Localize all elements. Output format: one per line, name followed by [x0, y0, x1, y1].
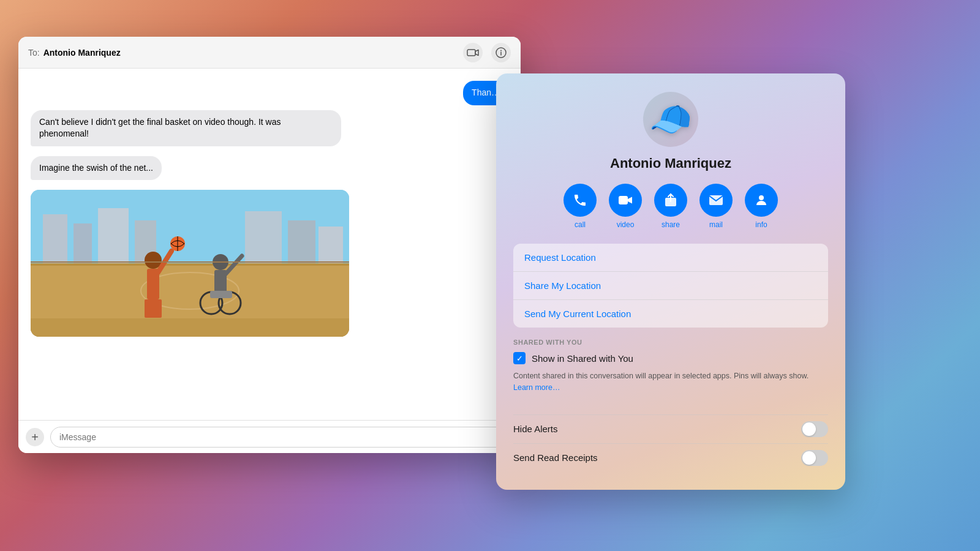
learn-more-link[interactable]: Learn more…	[513, 383, 560, 392]
person-icon	[754, 193, 769, 208]
svg-rect-0	[467, 50, 475, 56]
svg-rect-9	[245, 211, 282, 263]
received-message-text: Can't believe I didn't get the final bas…	[39, 117, 281, 139]
mail-icon	[709, 195, 723, 206]
svg-rect-7	[98, 208, 129, 263]
call-label: call	[575, 220, 586, 229]
message-row: Imagine the swish of the net...	[31, 156, 508, 186]
action-info[interactable]: info	[745, 184, 778, 229]
mail-label: mail	[709, 220, 723, 229]
show-in-shared-checkbox[interactable]: ✓	[513, 352, 526, 364]
avatar: 🧢	[643, 92, 698, 147]
messages-window: To: Antonio Manriquez Th	[18, 37, 521, 453]
basketball-image	[31, 190, 349, 337]
svg-rect-13	[31, 263, 349, 266]
call-button[interactable]	[564, 184, 597, 217]
shared-description: Content shared in this conversation will…	[513, 370, 828, 394]
action-buttons-row: call video share	[564, 184, 778, 229]
svg-point-33	[759, 195, 764, 200]
svg-rect-17	[145, 299, 162, 318]
add-icon: +	[31, 431, 39, 443]
show-in-shared-row[interactable]: ✓ Show in Shared with You	[513, 352, 828, 364]
video-call-button[interactable]	[463, 43, 483, 62]
svg-rect-11	[318, 227, 343, 263]
svg-rect-10	[288, 220, 315, 263]
hide-alerts-row: Hide Alerts	[513, 414, 828, 443]
received-message-bubble: Can't believe I didn't get the final bas…	[31, 110, 341, 146]
window-header: To: Antonio Manriquez	[18, 37, 521, 69]
hide-alerts-toggle[interactable]	[801, 421, 828, 437]
message-input[interactable]	[50, 427, 513, 448]
to-label: To:	[28, 48, 40, 58]
shared-with-you-label: SHARED WITH YOU	[513, 339, 828, 346]
image-message-row	[31, 190, 508, 337]
mail-button[interactable]	[699, 184, 733, 217]
add-attachment-button[interactable]: +	[26, 428, 44, 446]
video-label: video	[617, 220, 635, 229]
contact-panel-name: Antonio Manriquez	[610, 156, 731, 171]
phone-icon	[573, 193, 587, 208]
location-options-list: Request Location Share My Location Send …	[513, 244, 828, 328]
hide-alerts-label: Hide Alerts	[513, 424, 558, 434]
shared-with-you-section: SHARED WITH YOU ✓ Show in Shared with Yo…	[513, 339, 828, 403]
to-field: To: Antonio Manriquez	[28, 48, 121, 58]
svg-rect-25	[210, 291, 232, 298]
contact-info-panel: 🧢 Antonio Manriquez call video	[496, 73, 845, 490]
send-read-receipts-toggle[interactable]	[801, 450, 828, 466]
share-button[interactable]	[654, 184, 687, 217]
send-current-location-option[interactable]: Send My Current Location	[513, 300, 828, 328]
svg-rect-6	[74, 223, 92, 263]
header-actions	[463, 43, 511, 62]
svg-rect-5	[43, 214, 67, 263]
action-share[interactable]: share	[654, 184, 687, 229]
basketball-court-image	[31, 190, 349, 337]
info-icon	[496, 47, 507, 58]
svg-rect-27	[31, 318, 349, 337]
info-contact-button[interactable]	[745, 184, 778, 217]
video-icon	[618, 195, 633, 206]
share-label: share	[662, 220, 680, 229]
send-read-receipts-row: Send Read Receipts	[513, 443, 828, 472]
received-message-bubble: Imagine the swish of the net...	[31, 156, 162, 181]
info-label: info	[755, 220, 767, 229]
chat-area: Than… Can't believe I didn't get the fin…	[18, 69, 521, 420]
action-video[interactable]: video	[609, 184, 642, 229]
message-row: Can't believe I didn't get the final bas…	[31, 110, 508, 151]
svg-point-3	[500, 50, 502, 51]
request-location-option[interactable]: Request Location	[513, 244, 828, 272]
avatar-emoji: 🧢	[649, 99, 692, 140]
action-call[interactable]: call	[564, 184, 597, 229]
message-row: Than…	[31, 81, 508, 105]
share-my-location-option[interactable]: Share My Location	[513, 272, 828, 300]
info-button[interactable]	[491, 43, 511, 62]
send-read-receipts-label: Send Read Receipts	[513, 452, 598, 463]
received-message-text: Imagine the swish of the net...	[39, 163, 153, 173]
input-area: +	[18, 420, 521, 453]
action-mail[interactable]: mail	[699, 184, 733, 229]
video-button[interactable]	[609, 184, 642, 217]
header-contact-name: Antonio Manriquez	[43, 48, 121, 58]
svg-rect-30	[619, 196, 628, 204]
video-camera-icon	[467, 48, 479, 57]
share-contact-icon	[663, 193, 678, 208]
show-in-shared-label: Show in Shared with You	[532, 353, 633, 364]
